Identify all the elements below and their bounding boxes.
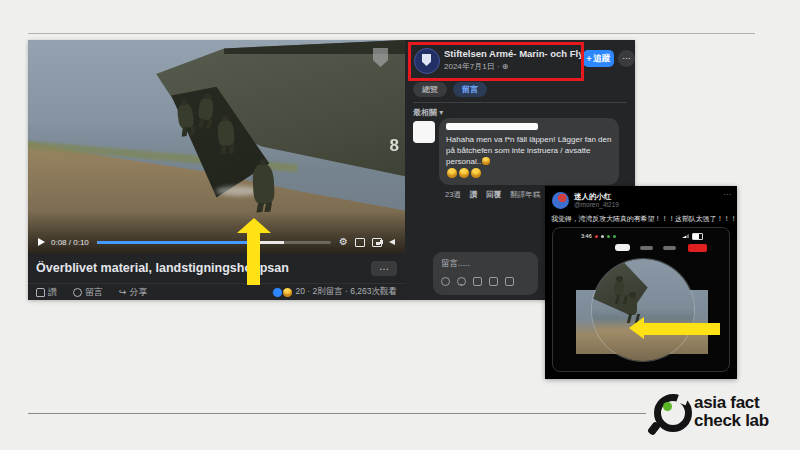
composer-placeholder[interactable]: 留言..... <box>441 258 530 270</box>
status-right-icons <box>682 233 703 240</box>
annotation-arrow-left-head <box>629 317 644 339</box>
comment-like-link[interactable]: 讚 <box>470 190 478 200</box>
commenter-name-blurred <box>446 123 538 130</box>
laugh-emoji <box>482 157 490 165</box>
annotation-arrow-left-shaft <box>644 323 720 335</box>
recording-dot <box>595 235 598 238</box>
red-follow-badge[interactable] <box>688 244 707 252</box>
stats-text: 20 · 2則留言 · 6,263次觀看 <box>295 286 397 298</box>
comment-composer[interactable]: 留言..... <box>433 252 538 295</box>
progress-played <box>97 241 247 244</box>
share-button[interactable]: ↪ 分享 <box>119 286 148 299</box>
gif-icon[interactable] <box>489 277 498 286</box>
magnifier-handle <box>647 421 661 436</box>
video-title: Överblivet material, landstigningshoppsa… <box>36 261 371 275</box>
blurred-button <box>615 244 630 251</box>
comment-meta-row: 23週 讚 回覆 翻譯年糕 <box>445 190 540 200</box>
bottom-divider-line <box>28 413 646 414</box>
status-dot <box>607 235 610 238</box>
fact-check-canvas: 8 0:08 / 0:10 ⚙ Överblivet material, la <box>0 0 800 450</box>
share-label: 分享 <box>130 286 148 299</box>
laugh-emoji <box>471 168 481 178</box>
video-timestamp: 0:08 / 0:10 <box>51 238 89 247</box>
video-frame[interactable]: 8 0:08 / 0:10 ⚙ <box>28 40 405 253</box>
composer-icons <box>441 277 530 286</box>
tweet-text: 我觉得，湾湾反攻大陆真的有希望！！！这部队太强了！！！ <box>551 214 733 224</box>
top-divider-line <box>28 33 755 34</box>
status-time: 3:46 <box>581 233 592 239</box>
emoji-icon[interactable] <box>457 277 466 286</box>
comment-text: Hahaha men va f*n fäll läppen! Lägger fa… <box>446 134 612 180</box>
tab-comments[interactable]: 留言 <box>453 82 487 97</box>
laugh-emoji <box>459 168 469 178</box>
facebook-video-player[interactable]: 8 0:08 / 0:10 ⚙ Överblivet material, la <box>28 40 405 300</box>
asia-fact-check-lab-logo: asia fact check lab <box>648 390 769 434</box>
video-more-button[interactable]: … <box>371 261 397 276</box>
green-dot <box>663 402 672 411</box>
tweet-more-icon[interactable]: ⋯ <box>723 190 731 199</box>
comment-age: 23週 <box>445 190 461 200</box>
comment-translate-link[interactable]: 翻譯年糕 <box>510 190 540 200</box>
blurred-count <box>640 246 653 250</box>
plus-icon: + <box>587 54 592 64</box>
follow-button[interactable]: + 追蹤 <box>583 50 614 67</box>
comment-reply-link[interactable]: 回覆 <box>486 190 501 200</box>
video-title-bar: Överblivet material, landstigningshoppsa… <box>28 253 405 284</box>
camera-icon[interactable] <box>473 277 482 286</box>
twitter-post-screenshot: 迷人的小红 @moren_4t219 ⋯ 我觉得，湾湾反攻大陆真的有希望！！！这… <box>545 186 737 379</box>
logo-line2: check lab <box>694 412 769 430</box>
share-arrow-icon: ↪ <box>119 288 127 297</box>
app-ui-row <box>553 243 729 252</box>
volume-icon[interactable] <box>389 239 395 245</box>
fullscreen-icon[interactable] <box>355 238 365 247</box>
haha-reaction-icon <box>282 287 293 298</box>
comment-button[interactable]: 留言 <box>73 286 103 299</box>
soldier-jumping-small <box>626 297 637 315</box>
post-more-button[interactable]: … <box>618 50 635 67</box>
magnifier-icon <box>648 390 686 434</box>
facebook-screenshot: 8 0:08 / 0:10 ⚙ Överblivet material, la <box>28 40 635 300</box>
like-thumb-icon <box>36 288 45 297</box>
logo-line1: asia fact <box>694 394 769 412</box>
like-label: 讚 <box>48 286 57 299</box>
status-dot <box>601 235 604 238</box>
play-icon[interactable] <box>38 238 45 246</box>
divider <box>413 102 627 103</box>
video-progress-bar[interactable] <box>97 241 331 244</box>
video-frame-circle <box>592 259 694 361</box>
phone-status-bar: 3:46 <box>553 232 729 240</box>
soldier-jumping <box>252 163 275 204</box>
commenter-avatar-blurred[interactable] <box>413 121 435 143</box>
comment-bubble-icon <box>73 288 82 297</box>
battery-icon <box>692 233 703 240</box>
status-dot <box>613 235 616 238</box>
reaction-stats[interactable]: 20 · 2則留言 · 6,263次觀看 <box>272 286 397 298</box>
comment-bubble: Hahaha men va f*n fäll läppen! Lägger fa… <box>439 118 619 185</box>
signal-icon <box>682 234 689 238</box>
sort-dropdown[interactable]: 最相關 ▾ <box>413 107 443 118</box>
laugh-emoji <box>447 168 457 178</box>
settings-gear-icon[interactable]: ⚙ <box>339 237 348 247</box>
comment-tabs: 總覽 留言 <box>413 82 487 97</box>
soldier-figure-small <box>614 281 624 296</box>
soldier-figure <box>217 119 235 146</box>
annotation-arrow-up-shaft <box>247 231 260 285</box>
video-controls: 0:08 / 0:10 ⚙ <box>28 233 405 251</box>
comment-label: 留言 <box>85 286 103 299</box>
video-action-bar: 讚 留言 ↪ 分享 20 · 2則留言 · 6,263次觀看 <box>28 284 405 300</box>
tweet-avatar[interactable] <box>552 192 569 209</box>
like-button[interactable]: 讚 <box>36 286 57 299</box>
boat-number: 8 <box>390 136 399 156</box>
tweet-video-card[interactable]: 3:46 <box>552 227 730 372</box>
tweet-handle[interactable]: @moren_4t219 <box>574 201 619 208</box>
blurred-count <box>663 246 676 250</box>
follow-label: 追蹤 <box>593 53 610 65</box>
tab-overview[interactable]: 總覽 <box>413 82 447 97</box>
soldier-figure <box>198 97 214 120</box>
logo-wordmark: asia fact check lab <box>694 394 769 430</box>
annotation-red-box <box>408 42 584 81</box>
avatar-icon[interactable] <box>441 277 450 286</box>
sticker-icon[interactable] <box>505 277 514 286</box>
